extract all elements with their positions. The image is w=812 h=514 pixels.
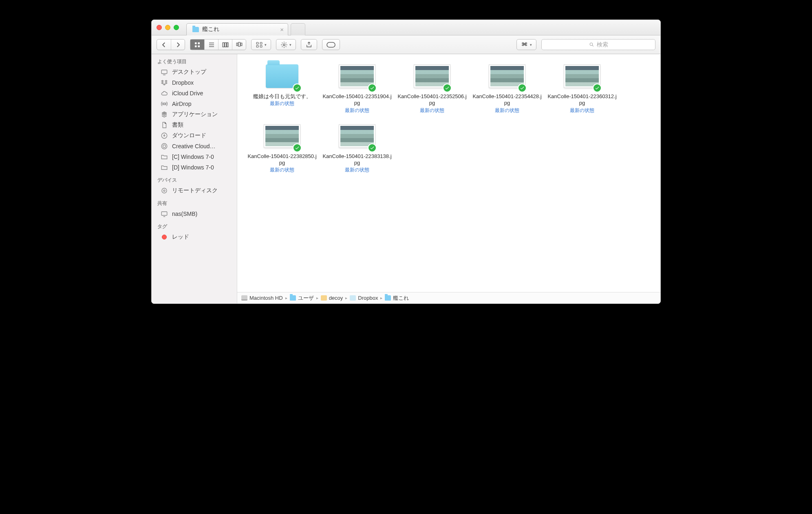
file-name: KanColle-150401-22383138.jpg <box>322 153 392 167</box>
svg-rect-8 <box>238 42 240 46</box>
fp-icon <box>290 295 296 301</box>
path-crumb[interactable]: decoy <box>321 295 343 301</box>
path-label: ユーザ <box>298 294 314 302</box>
sync-status: 最新の状態 <box>472 107 542 114</box>
download-icon <box>161 132 168 139</box>
chevron-right-icon <box>174 41 182 48</box>
back-button[interactable] <box>157 40 171 50</box>
svg-point-18 <box>163 103 165 105</box>
close-window-button[interactable] <box>157 25 162 30</box>
sync-status: 最新の状態 <box>247 100 317 107</box>
column-view-button[interactable] <box>218 40 232 50</box>
arrange-button[interactable]: ▾ <box>251 39 271 50</box>
path-crumb[interactable]: 艦これ <box>385 294 409 302</box>
sidebar-item[interactable]: nas(SMB) <box>152 209 237 219</box>
sidebar-item-label: 書類 <box>172 121 183 129</box>
sidebar-section-title: よく使う項目 <box>152 54 237 67</box>
sidebar-item[interactable]: 書類 <box>152 120 237 130</box>
sidebar-item-label: レッド <box>172 233 189 241</box>
chevron-down-icon: ▾ <box>530 43 532 47</box>
sync-ok-icon <box>368 143 377 152</box>
svg-rect-2 <box>195 45 197 47</box>
svg-rect-7 <box>236 43 238 46</box>
sidebar-item-label: Creative Cloud… <box>172 143 216 149</box>
svg-rect-6 <box>227 42 228 47</box>
search-field[interactable]: 検索 <box>541 39 655 50</box>
sidebar-item[interactable]: Creative Cloud… <box>152 141 237 152</box>
search-icon <box>589 42 594 47</box>
sidebar-item[interactable]: リモートディスク <box>152 185 237 196</box>
minimize-window-button[interactable] <box>165 25 170 30</box>
tag-red-icon <box>161 233 168 241</box>
sidebar-item[interactable]: アプリケーション <box>152 109 237 120</box>
window-tab[interactable]: 艦これ × <box>186 23 288 35</box>
path-crumb[interactable]: Dropbox <box>350 295 378 301</box>
coverflow-view-button[interactable] <box>232 40 246 50</box>
action-button[interactable]: ▾ <box>276 39 296 50</box>
zoom-window-button[interactable] <box>174 25 179 30</box>
list-view-button[interactable] <box>204 40 218 50</box>
sidebar-item[interactable]: Dropbox <box>152 77 237 88</box>
sidebar-item[interactable]: レッド <box>152 232 237 242</box>
airdrop-icon <box>161 100 168 108</box>
path-label: Dropbox <box>358 295 378 301</box>
chevron-left-icon <box>160 41 168 48</box>
file-name: KanColle-150401-22351904.jpg <box>322 93 392 107</box>
folder-item[interactable]: 艦娘は今日も元気です。最新の状態 <box>247 62 317 114</box>
gear-icon <box>280 41 288 48</box>
file-item[interactable]: KanColle-150401-22352506.jpg最新の状態 <box>397 62 467 114</box>
desktop-icon <box>161 68 168 76</box>
svg-point-14 <box>283 44 285 46</box>
sidebar-item[interactable]: デスクトップ <box>152 67 237 77</box>
folder-icon <box>266 64 298 88</box>
sidebar-item[interactable]: AirDrop <box>152 99 237 109</box>
hd-icon <box>241 295 247 301</box>
thumb-wrap <box>247 62 317 91</box>
sidebar-item[interactable]: [C] Windows 7-0 <box>152 152 237 162</box>
share-button[interactable] <box>301 39 317 50</box>
svg-point-16 <box>590 43 593 46</box>
thumb-wrap <box>322 121 392 151</box>
sidebar: よく使う項目デスクトップDropboxiCloud DriveAirDropアプ… <box>152 54 237 303</box>
dropbox-button[interactable]: ▾ <box>516 39 536 50</box>
sidebar-item[interactable]: [D] Windows 7-0 <box>152 162 237 173</box>
sidebar-item-label: デスクトップ <box>172 68 206 76</box>
sync-status: 最新の状態 <box>322 167 392 174</box>
svg-point-23 <box>163 190 165 191</box>
svg-point-21 <box>163 145 166 148</box>
fp-icon <box>385 295 391 301</box>
edit-tags-button[interactable] <box>322 39 340 50</box>
thumb-wrap <box>322 62 392 91</box>
columns-icon <box>222 41 229 48</box>
folder-icon <box>192 27 199 32</box>
svg-rect-13 <box>260 45 262 47</box>
sidebar-item[interactable]: iCloud Drive <box>152 88 237 99</box>
svg-rect-4 <box>223 42 224 47</box>
sidebar-item[interactable]: ダウンロード <box>152 130 237 141</box>
svg-rect-12 <box>256 45 258 47</box>
file-item[interactable]: KanColle-150401-22354428.jpg最新の状態 <box>472 62 542 114</box>
file-item[interactable]: KanColle-150401-22383138.jpg最新の状態 <box>322 121 392 174</box>
grid-icon <box>194 41 201 48</box>
close-tab-button[interactable]: × <box>280 26 284 33</box>
content-area: 艦娘は今日も元気です。最新の状態KanColle-150401-22351904… <box>237 54 660 303</box>
file-item[interactable]: KanColle-150401-22360312.jpg最新の状態 <box>547 62 617 114</box>
dropbox-icon <box>521 41 528 48</box>
sync-ok-icon <box>293 143 302 152</box>
file-item[interactable]: KanColle-150401-22382850.jpg最新の状態 <box>247 121 317 174</box>
traffic-lights <box>157 25 179 30</box>
new-tab-button[interactable] <box>291 23 305 35</box>
sidebar-item-label: [D] Windows 7-0 <box>172 164 214 171</box>
toolbar: ▾ ▾ ▾ 検索 <box>152 35 660 54</box>
sync-status: 最新の状態 <box>322 107 392 114</box>
sidebar-item-label: nas(SMB) <box>172 211 197 217</box>
cloud-icon <box>161 90 168 97</box>
path-crumb[interactable]: ユーザ <box>290 294 314 302</box>
path-crumb[interactable]: Macintosh HD <box>241 295 283 301</box>
forward-button[interactable] <box>171 40 185 50</box>
icon-view-button[interactable] <box>190 40 204 50</box>
file-item[interactable]: KanColle-150401-22351904.jpg最新の状態 <box>322 62 392 114</box>
doc-icon <box>161 121 168 129</box>
svg-rect-9 <box>241 43 242 46</box>
sync-status: 最新の状態 <box>397 107 467 114</box>
